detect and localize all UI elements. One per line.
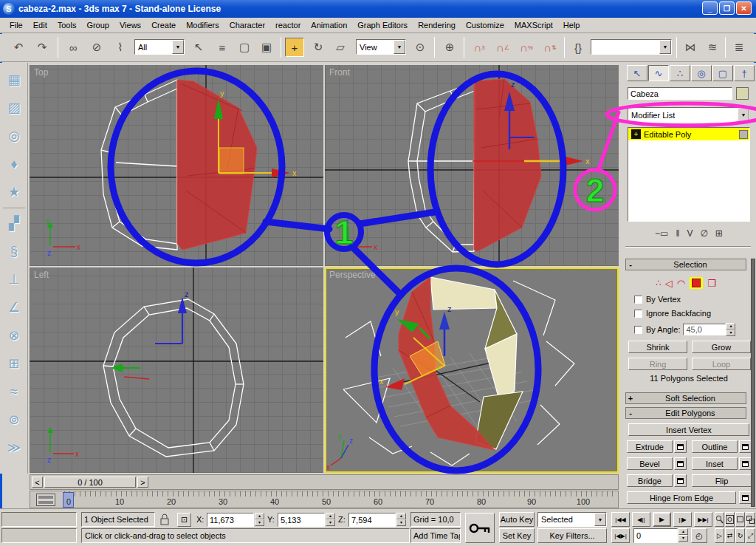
bevel-settings-button[interactable]: [674, 457, 687, 470]
show-end-result-icon[interactable]: ‖: [676, 228, 679, 239]
loop-button[interactable]: Loop: [692, 358, 751, 370]
track-next-button[interactable]: >: [137, 477, 148, 488]
previous-frame-button[interactable]: ◀||: [632, 512, 650, 527]
outline-button[interactable]: Outline: [692, 440, 738, 453]
add-time-tag[interactable]: Add Time Tag: [410, 528, 461, 543]
bevel-button[interactable]: Bevel: [627, 457, 673, 470]
bridge-button[interactable]: Bridge: [627, 474, 673, 487]
zoom-icon[interactable]: [715, 512, 724, 527]
title-bar[interactable]: S cabeza-2.max - 3ds max 7 - Stand-alone…: [0, 0, 756, 18]
modifier-list-dropdown[interactable]: Modifier List ▼: [628, 107, 750, 123]
shrink-button[interactable]: Shrink: [628, 341, 687, 353]
cloth-collection-icon[interactable]: ▨: [3, 97, 25, 119]
linear-dashpot-icon[interactable]: ⊥: [3, 268, 25, 290]
modifier-on-off-icon[interactable]: [739, 130, 748, 139]
current-frame-field[interactable]: 0: [633, 528, 678, 543]
zoom-extents-icon[interactable]: [735, 512, 745, 527]
motor-icon[interactable]: ⊗: [3, 324, 25, 347]
redo-icon[interactable]: ↷: [32, 38, 52, 57]
ignore-backfacing-checkbox[interactable]: [634, 310, 642, 318]
soft-selection-rollout-header[interactable]: + Soft Selection: [625, 392, 746, 404]
by-angle-spinner[interactable]: ▴▾: [726, 323, 735, 336]
rigid-body-collection-icon[interactable]: ▦: [3, 69, 25, 91]
menu-edit[interactable]: Edit: [28, 19, 52, 31]
by-vertex-checkbox[interactable]: [634, 296, 642, 304]
x-spinner[interactable]: ▴▾: [255, 513, 264, 526]
element-subobject-icon[interactable]: ❒: [707, 278, 716, 289]
region-zoom-icon[interactable]: ▷: [715, 528, 724, 543]
plane-icon[interactable]: ▞: [3, 212, 25, 234]
absolute-offset-mode-icon[interactable]: ⊡: [177, 513, 191, 527]
insert-vertex-button[interactable]: Insert Vertex: [628, 423, 749, 436]
spring-icon[interactable]: §: [3, 240, 25, 262]
unlink-selection-icon[interactable]: ⊘: [87, 38, 106, 57]
hinge-from-edge-button[interactable]: Hinge From Edge: [627, 491, 736, 504]
expand-icon[interactable]: +: [631, 129, 641, 139]
tab-motion-icon[interactable]: ◎: [691, 65, 712, 81]
use-pivot-center-icon[interactable]: ⊙: [410, 38, 430, 57]
reference-coordinate-dropdown[interactable]: View ▼: [356, 39, 406, 55]
go-to-end-button[interactable]: ▶▶|: [694, 512, 712, 527]
track-prev-button[interactable]: <: [32, 477, 43, 488]
tab-display-icon[interactable]: ▢: [712, 65, 733, 81]
fracture-icon[interactable]: ⊞: [3, 352, 25, 375]
rectangular-selection-region-icon[interactable]: ▢: [235, 38, 254, 57]
menu-animation[interactable]: Animation: [306, 19, 352, 31]
zoom-all-icon[interactable]: [725, 512, 735, 527]
play-button[interactable]: ▶: [653, 512, 671, 527]
x-coordinate-field[interactable]: 11,673: [207, 513, 254, 527]
menu-views[interactable]: Views: [114, 19, 146, 31]
border-subobject-icon[interactable]: ◠: [677, 278, 685, 289]
soft-body-collection-icon[interactable]: ◎: [3, 125, 25, 147]
select-and-move-icon[interactable]: +: [285, 38, 304, 57]
mirror-icon[interactable]: ⋈: [681, 38, 700, 57]
arc-rotate-icon[interactable]: ↻: [735, 528, 745, 543]
align-icon[interactable]: ≋: [703, 38, 722, 57]
selection-lock-icon[interactable]: [159, 513, 170, 527]
zoom-extents-all-icon[interactable]: [746, 512, 755, 527]
remove-modifier-icon[interactable]: ∅: [700, 228, 707, 239]
ring-button[interactable]: Ring: [628, 358, 687, 370]
viewport-top[interactable]: y x z x y Top: [30, 65, 323, 266]
maximize-button[interactable]: ❐: [719, 1, 735, 15]
menu-rendering[interactable]: Rendering: [413, 19, 461, 31]
angle-snap-icon[interactable]: ∩∠: [493, 38, 512, 57]
hinge-settings-button[interactable]: [739, 491, 752, 504]
vertex-subobject-icon[interactable]: ∴: [656, 278, 661, 288]
menu-customize[interactable]: Customize: [461, 19, 509, 31]
snap-toggle-icon[interactable]: ∩3: [470, 38, 489, 57]
menu-group[interactable]: Group: [81, 19, 114, 31]
window-crossing-icon[interactable]: ▣: [257, 38, 276, 57]
y-coordinate-field[interactable]: 5,133: [278, 513, 325, 527]
maxscript-mini-listener-pink[interactable]: [1, 512, 77, 527]
edit-polygons-rollout-header[interactable]: - Edit Polygons: [625, 407, 746, 419]
auto-key-button[interactable]: Auto Key: [499, 512, 535, 527]
menu-maxscript[interactable]: MAXScript: [509, 19, 558, 31]
timeline-ruler[interactable]: 0 10 20 30 40 50 60 70 80 90 100: [30, 491, 619, 508]
set-keys-button[interactable]: [465, 513, 495, 543]
tab-utilities-icon[interactable]: †: [734, 65, 755, 81]
pin-stack-icon[interactable]: −▭: [655, 228, 668, 239]
menu-reactor[interactable]: reactor: [270, 19, 306, 31]
z-spinner[interactable]: ▴▾: [396, 513, 406, 526]
viewport-perspective[interactable]: y x z z x y Perspective: [325, 267, 619, 473]
named-selection-dropdown[interactable]: ▼: [591, 39, 672, 55]
edge-subobject-icon[interactable]: ◁: [665, 278, 673, 289]
select-object-icon[interactable]: ↖: [189, 38, 208, 57]
menu-modifiers[interactable]: Modifiers: [181, 19, 224, 31]
menu-file[interactable]: File: [4, 19, 28, 31]
time-slider[interactable]: 0 / 100: [44, 477, 136, 488]
z-coordinate-field[interactable]: 7,594: [348, 513, 396, 527]
water-icon[interactable]: ≈: [3, 381, 25, 403]
menu-tools[interactable]: Tools: [52, 19, 82, 31]
flip-button[interactable]: Flip: [692, 474, 752, 487]
undo-icon[interactable]: ↶: [9, 38, 28, 57]
edit-named-selections-icon[interactable]: {}: [568, 38, 588, 57]
angular-dashpot-icon[interactable]: ∠: [3, 296, 25, 318]
select-by-name-icon[interactable]: ≡: [213, 38, 232, 57]
toy-car-icon[interactable]: ⊚: [3, 409, 25, 431]
time-configuration-button[interactable]: ◴: [691, 528, 707, 543]
key-filters-button[interactable]: Key Filters...: [537, 528, 607, 543]
bind-to-space-warp-icon[interactable]: ⌇: [111, 38, 130, 57]
selection-filter-dropdown[interactable]: All ▼: [134, 39, 185, 55]
